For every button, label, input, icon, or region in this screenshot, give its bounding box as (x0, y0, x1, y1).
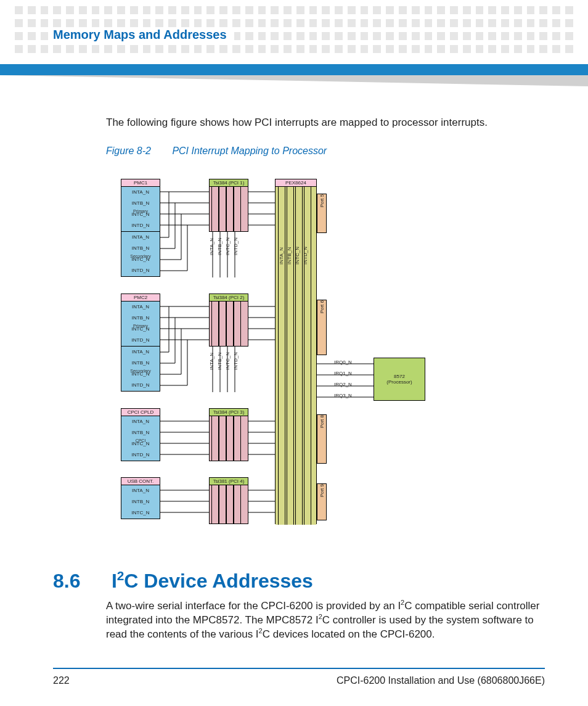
pmc1-sec-intc: INTC_N (121, 254, 160, 265)
processor-block: 8572 (Processor) (374, 358, 425, 401)
cpld-intb: INTB_NCPCI (121, 427, 160, 438)
tsi4-title: Tsi381 (PCI 4) (210, 478, 248, 485)
processor-name: 8572 (374, 374, 425, 379)
section-heading: 8.6 I2C Device Addresses (53, 570, 313, 593)
intro-paragraph: The following figure shows how PCI inter… (106, 116, 545, 130)
usb-inta: INTA_N (121, 485, 160, 496)
pmc1-block: PMC1 INTA_N INTB_NPrimary INTC_N INTD_N … (121, 179, 160, 277)
pex-port6: Port 6 (317, 300, 327, 355)
page-footer: 222 CPCI-6200 Installation and Use (6806… (53, 675, 545, 686)
footer-rule (53, 668, 545, 669)
section-number: 8.6 (53, 570, 106, 593)
figure-caption: Figure 8-2 PCI Interrupt Mapping to Proc… (106, 146, 327, 157)
pmc2-prim-intb: INTB_NPrimary (121, 313, 160, 324)
usb-title: USB CONT. (121, 478, 160, 485)
pex-port8: Port 8 (317, 414, 327, 464)
pex-lane-labels: INTA_NINTB_N INTC_NINTD_N (279, 247, 308, 265)
pmc2-block: PMC2 INTA_N INTB_NPrimary INTC_N INTD_N … (121, 293, 160, 392)
pmc1-sec-inta: INTA_N (121, 232, 160, 243)
tsi3-title: Tsi384 (PCI 3) (210, 409, 248, 416)
pmc1-prim-intb: INTB_NPrimary (121, 198, 160, 209)
pci-interrupt-diagram: PMC1 INTA_N INTB_NPrimary INTC_N INTD_N … (121, 179, 454, 541)
processor-sub: (Processor) (374, 379, 425, 385)
pmc2-sec-inta: INTA_N (121, 347, 160, 358)
irq0-label: IRQ0_N (334, 359, 352, 365)
pmc1-prim-intd: INTD_N (121, 220, 160, 231)
irq3-label: IRQ3_N (334, 393, 352, 398)
cpld-block: CPCI CPLD INTA_N INTB_NCPCI INTC_N INTD_… (121, 408, 160, 461)
pmc1-prim-inta: INTA_N (121, 187, 160, 198)
pmc2-sec-intb: INTB_NSecondary (121, 358, 160, 369)
tsi4-block: Tsi381 (PCI 4) (209, 477, 248, 524)
cpld-intd: INTD_N (121, 449, 160, 461)
tsi1-block: Tsi384 (PCI 1) (209, 179, 248, 232)
page-number: 222 (53, 675, 70, 686)
pmc2-prim-inta: INTA_N (121, 302, 160, 313)
pmc2-sec-intc: INTC_N (121, 369, 160, 380)
usb-block: USB CONT. INTA_N INTB_N INTC_N (121, 477, 160, 519)
document-page: Memory Maps and Addresses The following … (0, 0, 588, 706)
irq1-label: IRQ1_N (334, 371, 352, 376)
pex-port5: Port 5 (317, 194, 327, 233)
pmc1-sec-intb: INTB_NSecondary (121, 243, 160, 254)
pmc1-prim-intc: INTC_N (121, 209, 160, 220)
pmc1-title: PMC1 (121, 179, 160, 187)
tsi2-block: Tsi384 (PCI 2) (209, 293, 248, 347)
figure-title: PCI Interrupt Mapping to Processor (172, 146, 327, 156)
pmc2-sec-intd: INTD_N (121, 380, 160, 391)
pex-block: PEX8624 (275, 179, 317, 524)
usb-intb: INTB_N (121, 496, 160, 507)
doc-title: CPCI-6200 Installation and Use (6806800J… (337, 675, 545, 686)
usb-intc: INTC_N (121, 507, 160, 519)
header-shadow (0, 75, 588, 86)
pmc2-prim-intd: INTD_N (121, 335, 160, 346)
cpld-intc: INTC_N (121, 438, 160, 449)
pmc2-prim-intc: INTC_N (121, 324, 160, 335)
tsi2-title: Tsi384 (PCI 2) (210, 294, 248, 302)
pex-port9: Port 9 (317, 483, 327, 520)
section-paragraph: A two-wire serial interface for the CPCI… (106, 599, 545, 642)
pmc1-sec-intd: INTD_N (121, 265, 160, 276)
chapter-title: Memory Maps and Addresses (53, 28, 234, 42)
cpld-title: CPCI CPLD (121, 409, 160, 416)
pex-title: PEX8624 (276, 179, 316, 187)
tsi1-lane-labels: INTA_NINTB_N INTC_NINTD_N (209, 237, 239, 255)
tsi2-lane-labels: INTA_NINTB_N INTC_NINTD_N (209, 352, 239, 370)
figure-label: Figure 8-2 (106, 146, 151, 156)
pmc2-title: PMC2 (121, 294, 160, 302)
header-bar (0, 64, 588, 75)
irq2-label: IRQ2_N (334, 382, 352, 387)
cpld-inta: INTA_N (121, 416, 160, 427)
tsi3-block: Tsi384 (PCI 3) (209, 408, 248, 461)
tsi1-title: Tsi384 (PCI 1) (210, 179, 248, 187)
section-title: I2C Device Addresses (112, 570, 313, 592)
